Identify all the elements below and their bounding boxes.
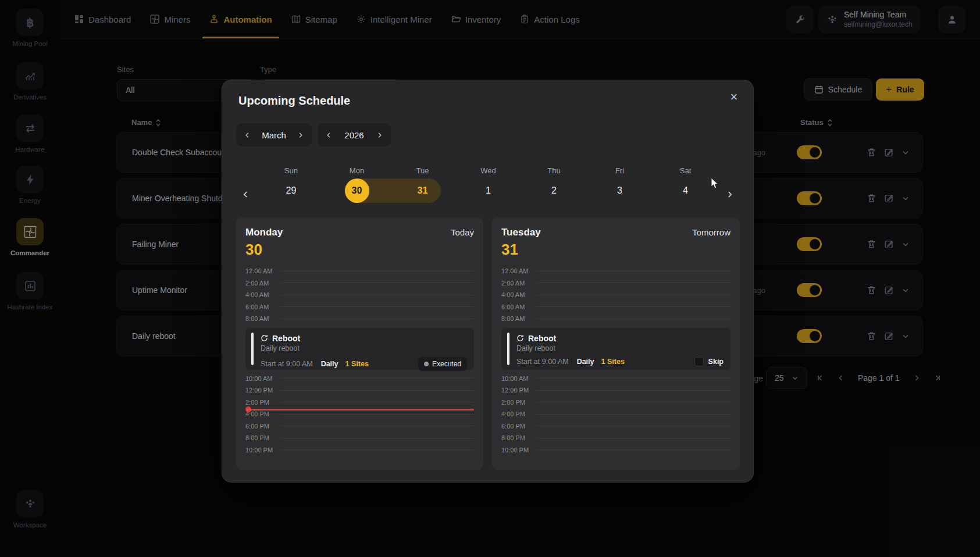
monday-timeline: 12:00 AM 2:00 AM 4:00 AM 6:00 AM 8:00 AM… — [245, 265, 474, 456]
panel-day-name: Monday — [245, 227, 283, 238]
time-label: 4:00 PM — [501, 410, 534, 417]
day-panel-tuesday: Tuesday Tomorrow 31 12:00 AM 2:00 AM 4:0… — [492, 217, 740, 470]
next-week-icon[interactable] — [721, 186, 737, 202]
weekday-name: Fri — [587, 166, 653, 175]
event-start-time: Start at 9:00 AM — [516, 358, 569, 366]
time-label: 8:00 AM — [245, 315, 278, 322]
prev-month-icon[interactable] — [244, 131, 251, 139]
weekday-name: Sun — [258, 166, 324, 175]
panel-day-tag: Today — [451, 227, 474, 237]
event-title: Reboot — [528, 334, 556, 343]
panel-day-number: 30 — [245, 241, 474, 259]
next-year-icon[interactable] — [376, 131, 383, 139]
event-frequency: Daily — [577, 358, 594, 366]
weekday-name: Tue — [390, 166, 455, 175]
event-sites: 1 Sites — [345, 360, 369, 368]
upcoming-schedule-modal: Upcoming Schedule × March 2026 Sun Mon T… — [222, 80, 754, 483]
time-label: 10:00 PM — [245, 447, 278, 454]
modal-title: Upcoming Schedule — [238, 94, 350, 108]
next-month-icon[interactable] — [297, 131, 304, 139]
weekday-name: Thu — [521, 166, 587, 175]
day-4[interactable]: 4 — [653, 178, 718, 203]
month-selector: March — [236, 123, 312, 147]
month-value: March — [262, 130, 286, 140]
event-sites: 1 Sites — [601, 358, 625, 366]
day-1[interactable]: 1 — [455, 178, 521, 203]
time-label: 2:00 PM — [501, 399, 534, 406]
week-days: 29 30 31 1 2 3 4 — [258, 178, 718, 203]
time-label: 8:00 PM — [501, 434, 534, 441]
day-panel-monday: Monday Today 30 12:00 AM 2:00 AM 4:00 AM… — [236, 217, 483, 470]
time-label: 2:00 PM — [245, 399, 278, 406]
event-subtitle: Daily reboot — [261, 344, 467, 352]
day-3[interactable]: 3 — [587, 178, 653, 203]
time-label: 10:00 PM — [501, 447, 534, 454]
time-label: 4:00 AM — [501, 291, 534, 298]
prev-week-icon[interactable] — [237, 186, 254, 202]
panel-day-tag: Tomorrow — [692, 227, 730, 237]
time-label: 6:00 AM — [245, 304, 278, 310]
weekday-name: Mon — [324, 166, 390, 175]
time-label: 10:00 AM — [501, 375, 534, 382]
time-label: 8:00 PM — [245, 434, 278, 441]
time-label: 4:00 AM — [245, 291, 278, 298]
current-time-indicator — [247, 409, 474, 410]
event-subtitle: Daily reboot — [516, 344, 724, 352]
weekday-names: Sun Mon Tue Wed Thu Fri Sat — [258, 166, 718, 175]
event-frequency: Daily — [321, 360, 338, 368]
day-30-selected[interactable]: 30 — [324, 178, 390, 203]
time-label: 8:00 AM — [501, 315, 534, 322]
reboot-event-card[interactable]: Reboot Daily reboot Start at 9:00 AM Dai… — [245, 328, 474, 370]
day-2[interactable]: 2 — [521, 178, 587, 203]
refresh-icon — [516, 334, 524, 342]
weekday-name: Wed — [455, 166, 521, 175]
reboot-event-card[interactable]: Reboot Daily reboot Start at 9:00 AM Dai… — [501, 328, 730, 370]
panel-day-name: Tuesday — [501, 227, 541, 238]
event-start-time: Start at 9:00 AM — [261, 360, 313, 368]
prev-year-icon[interactable] — [325, 131, 333, 139]
weekday-name: Sat — [653, 166, 718, 175]
event-title: Reboot — [272, 334, 300, 343]
skip-checkbox[interactable] — [694, 357, 704, 366]
time-label: 12:00 AM — [501, 267, 534, 274]
time-label: 10:00 AM — [245, 375, 278, 382]
status-dot — [424, 362, 429, 366]
time-label: 6:00 AM — [501, 304, 534, 310]
time-label: 12:00 AM — [245, 267, 278, 274]
status-text: Executed — [432, 360, 461, 368]
time-label: 2:00 AM — [501, 280, 534, 287]
time-label: 6:00 PM — [501, 423, 534, 430]
day-29[interactable]: 29 — [258, 178, 324, 203]
time-label: 12:00 PM — [245, 387, 278, 394]
day-31[interactable]: 31 — [390, 178, 455, 203]
year-selector: 2026 — [318, 123, 391, 147]
executed-status-badge: Executed — [418, 357, 467, 371]
skip-label: Skip — [708, 358, 724, 366]
tuesday-timeline: 12:00 AM 2:00 AM 4:00 AM 6:00 AM 8:00 AM… — [501, 265, 730, 456]
mouse-cursor — [711, 177, 719, 190]
panel-day-number: 31 — [501, 241, 730, 259]
refresh-icon — [261, 334, 268, 342]
close-icon[interactable]: × — [724, 87, 744, 107]
year-value: 2026 — [344, 130, 364, 140]
time-label: 6:00 PM — [245, 423, 278, 430]
time-label: 2:00 AM — [245, 280, 278, 287]
time-label: 4:00 PM — [245, 410, 278, 417]
time-label: 12:00 PM — [501, 387, 534, 394]
